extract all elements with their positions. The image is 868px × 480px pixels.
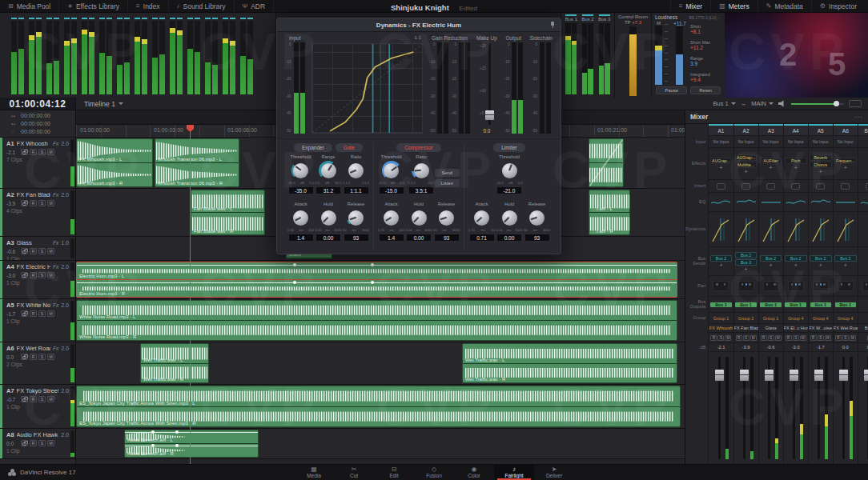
strip-eq[interactable] (734, 192, 758, 211)
insert-toggle[interactable] (791, 183, 800, 190)
fader-handle[interactable] (864, 370, 868, 381)
tab-gate[interactable]: Gate (336, 143, 363, 152)
mixer-strip-a5[interactable]: A5No InputReverbChorus+Bus 2+Bus 1Group … (808, 124, 833, 464)
pan-control[interactable] (838, 281, 854, 291)
knob-control[interactable] (474, 210, 489, 226)
add-send-button[interactable]: + (719, 262, 722, 268)
knob-value[interactable]: 3.5:1 (408, 186, 434, 194)
pin-icon[interactable] (549, 22, 556, 28)
insert-toggle[interactable] (741, 183, 750, 190)
page-tab-fusion[interactable]: ◇Fusion (414, 465, 454, 480)
effect-plugin[interactable]: Reverb (810, 154, 832, 161)
bus-output-select[interactable]: Bus 1 (810, 302, 831, 307)
lock-button[interactable] (21, 200, 28, 206)
record-arm-button[interactable]: R (810, 335, 817, 341)
knob-value[interactable]: 0.00 (315, 234, 341, 242)
mute-button[interactable]: M (47, 440, 54, 446)
input-value[interactable]: No Input (788, 139, 804, 144)
mixer-options-menu[interactable]: ··· (854, 114, 863, 121)
knob-value[interactable]: 0.00 (496, 234, 522, 242)
reset-button[interactable]: Reset (690, 86, 721, 94)
add-effect-button[interactable]: + (844, 165, 847, 170)
effect-plugin[interactable]: AUGrap... (735, 154, 757, 161)
strip-fader[interactable] (709, 351, 733, 464)
bus-send[interactable]: Bus 3 (735, 259, 757, 266)
record-arm-button[interactable]: R (761, 335, 767, 341)
solo-button[interactable]: S (717, 335, 724, 341)
topbar-button-inspector[interactable]: ⚙Inspector (811, 0, 865, 12)
solo-button[interactable]: S (842, 335, 849, 341)
strip-dynamics[interactable] (709, 211, 733, 246)
bus-output-select[interactable]: Bus 1 (785, 302, 806, 307)
track-lane-a8[interactable]: Hawk Screech.aiff - LHawk Screech.aiff -… (76, 429, 685, 459)
audio-clip[interactable]: …t.aiff - L…t.aiff - R (589, 190, 630, 235)
track-header-a5[interactable]: A5FX White NoiseFx2.0-1.7RSM1 Clip (0, 299, 75, 342)
audio-clip[interactable]: Wet Traffic.wav - LWet Traffic.wav - R (462, 343, 677, 383)
pause-button[interactable]: Pause (656, 86, 687, 94)
strip-dynamics[interactable] (784, 211, 808, 246)
input-value[interactable]: No Input (738, 139, 754, 144)
mute-button[interactable]: M (825, 335, 831, 341)
fader-handle[interactable] (715, 370, 724, 381)
automation-point[interactable] (175, 430, 179, 434)
page-tab-fairlight[interactable]: ♪Fairlight (494, 465, 534, 480)
insert-toggle[interactable] (766, 183, 775, 190)
mute-button[interactable]: M (47, 354, 54, 360)
strip-fader[interactable] (858, 351, 868, 464)
topbar-button-mixer[interactable]: ≡Mixer (670, 0, 710, 12)
mute-button[interactable]: M (47, 248, 54, 254)
fader-handle[interactable] (814, 370, 823, 381)
mixer-strip-a2[interactable]: A2No InputAUGrap...Multiba...+Bus 2Bus 3… (733, 124, 758, 464)
knob-value[interactable]: 1.4 (379, 234, 404, 242)
strip-eq[interactable] (858, 192, 868, 211)
knob-control[interactable] (293, 210, 308, 226)
loudness-standard-select[interactable]: BS.1770-1 [LU] ··· (689, 15, 721, 20)
mute-button[interactable]: M (850, 335, 856, 341)
lock-button[interactable] (21, 248, 28, 254)
add-effect-button[interactable]: + (719, 165, 722, 170)
topbar-button-media-pool[interactable]: ⊞Media Pool (0, 0, 59, 12)
insert-toggle[interactable] (717, 183, 725, 190)
mute-button[interactable]: M (725, 335, 731, 341)
page-tab-deliver[interactable]: ➤Deliver (534, 465, 574, 480)
knob-value[interactable]: 93 (524, 234, 550, 242)
strip-eq[interactable] (709, 192, 733, 211)
record-arm-button[interactable]: R (30, 200, 37, 206)
audio-clip[interactable]: Fan Blade.wav - LFan Blade.wav - R (191, 190, 265, 235)
strip-dynamics[interactable] (858, 211, 868, 246)
fader-handle[interactable] (839, 370, 848, 381)
automation-point[interactable] (293, 281, 296, 284)
knob-value[interactable]: -15.0 (379, 186, 404, 194)
pan-control[interactable] (862, 281, 868, 291)
strip-dynamics[interactable] (809, 211, 833, 246)
add-effect-button[interactable]: + (745, 169, 748, 174)
automation-point[interactable] (371, 263, 374, 266)
strip-dynamics[interactable] (834, 211, 858, 246)
lock-button[interactable] (21, 396, 28, 402)
insert-toggle[interactable] (816, 183, 825, 190)
bus-send[interactable]: Bus 2 (810, 255, 832, 262)
effect-plugin[interactable]: Frequen... (834, 158, 857, 164)
strip-fader[interactable] (834, 351, 858, 464)
transfer-curve-graph[interactable] (311, 43, 423, 134)
record-arm-button[interactable]: R (30, 149, 37, 155)
audio-clip[interactable]: Wet Traffic.wav - LWet Traffic.wav - R (140, 343, 209, 383)
dialog-title-bar[interactable]: Dynamics - FX Electric Hum (277, 18, 561, 32)
monitor-volume-slider[interactable] (791, 103, 844, 105)
audio-clip[interactable]: FX Whoosh.mp3 - LFX Whoosh.mp3 - R (76, 138, 153, 187)
knob-value[interactable]: 0.71 (469, 234, 495, 242)
track-header-a4[interactable]: A4FX Electric HumFx2.0-3.0RSM1 Clip (0, 261, 75, 299)
add-send-button[interactable]: + (794, 262, 798, 268)
mute-button[interactable]: M (47, 200, 54, 206)
bus-send[interactable]: Bus 2 (785, 255, 807, 262)
solo-button[interactable]: S (38, 396, 46, 402)
tab-expander[interactable]: Expander (294, 143, 332, 152)
solo-button[interactable]: S (38, 200, 46, 206)
knob-value[interactable]: 0.00 (406, 234, 432, 242)
record-arm-button[interactable]: R (786, 335, 792, 341)
record-arm-button[interactable]: R (30, 248, 37, 254)
makeup-slider[interactable] (488, 44, 491, 125)
add-effect-button[interactable]: + (819, 169, 822, 174)
record-arm-button[interactable]: R (30, 310, 37, 317)
effect-plugin[interactable]: AUFilter (760, 158, 782, 164)
